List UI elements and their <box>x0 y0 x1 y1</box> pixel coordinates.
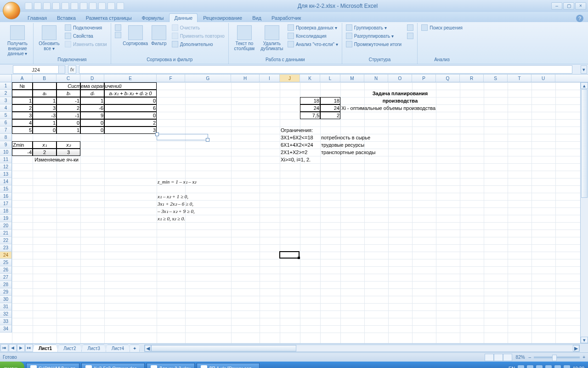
formula-input[interactable] <box>79 65 572 74</box>
cell[interactable]: 3x₁ + 2x₂ – 6 ≥ 0, <box>157 200 185 207</box>
tray-icon[interactable] <box>527 365 533 368</box>
cell[interactable]: 18 <box>300 97 320 104</box>
row-header[interactable]: 13 <box>0 171 12 178</box>
start-button[interactable]: пуск <box>0 362 24 368</box>
zoom-in-button[interactable]: + <box>582 355 585 360</box>
qat-redo-icon[interactable] <box>43 2 51 10</box>
column-header[interactable]: E <box>104 75 157 82</box>
column-header[interactable]: I <box>260 75 280 82</box>
qat-save-icon[interactable] <box>25 2 32 10</box>
cell[interactable]: x₂ <box>57 141 80 149</box>
hide-detail-button[interactable] <box>406 32 414 40</box>
tab-рецензирование[interactable]: Рецензирование <box>198 14 247 22</box>
tab-данные[interactable]: Данные <box>169 13 198 22</box>
consolidate-button[interactable]: Консолидация <box>287 32 339 40</box>
sort-desc-button[interactable] <box>114 31 122 39</box>
row-header[interactable]: 3 <box>0 97 12 104</box>
cell[interactable]: 1 <box>57 126 80 134</box>
cell[interactable]: 4 <box>12 119 33 126</box>
minimize-button[interactable]: – <box>551 2 562 10</box>
row-header[interactable]: 6 <box>0 119 12 126</box>
cell[interactable]: 2 <box>104 119 157 126</box>
row-header[interactable]: 22 <box>0 237 12 244</box>
cell[interactable]: 18 <box>320 97 340 104</box>
cell[interactable]: x₁ ≥ 0, x₂ ≥ 0. <box>157 215 185 222</box>
row-header[interactable]: 31 <box>0 303 12 310</box>
cell[interactable]: 6 <box>104 104 157 112</box>
scroll-thumb[interactable] <box>151 345 296 351</box>
sheet-tab[interactable]: Лист3 <box>81 345 106 352</box>
help-icon[interactable]: ? <box>576 15 583 22</box>
sheet-nav-next[interactable]: ▶ <box>17 344 25 352</box>
row-header[interactable]: 16 <box>0 193 12 200</box>
tab-главная[interactable]: Главная <box>23 14 51 22</box>
tab-разметка страницы[interactable]: Разметка страницы <box>81 14 136 22</box>
clock[interactable]: 19:20 <box>573 366 584 368</box>
column-header[interactable]: R <box>460 75 484 82</box>
cell[interactable]: 2 <box>12 104 33 112</box>
qat-sortdesc-icon[interactable] <box>89 2 96 10</box>
row-header[interactable]: 33 <box>0 318 12 325</box>
sheet-nav-last[interactable]: ⏭ <box>25 344 33 352</box>
name-box[interactable]: J24 <box>13 65 59 74</box>
scroll-right-button[interactable]: ▶ <box>573 345 579 351</box>
row-header[interactable]: 26 <box>0 266 12 274</box>
row-header[interactable]: 2 <box>0 90 12 97</box>
scroll-left-button[interactable]: ◀ <box>145 345 151 351</box>
qat-new-icon[interactable] <box>62 2 69 10</box>
row-header[interactable]: 34 <box>0 325 12 333</box>
cell[interactable]: -6 <box>80 104 104 112</box>
scroll-thumb[interactable] <box>581 89 588 198</box>
worksheet-grid[interactable]: ABCDEFGHIJKLMNOPQRSTU 123456789101112131… <box>0 75 588 343</box>
row-header[interactable]: 1 <box>0 82 12 90</box>
data-validation-button[interactable]: Проверка данных ▾ <box>287 24 339 31</box>
row-header[interactable]: 8 <box>0 134 12 141</box>
edit-links-button[interactable]: Изменить связи <box>64 40 108 48</box>
tab-вставка[interactable]: Вставка <box>52 14 80 22</box>
tray-icon[interactable] <box>545 365 552 368</box>
row-header[interactable]: 29 <box>0 288 12 296</box>
row-header[interactable]: 5 <box>0 112 12 119</box>
column-header[interactable]: Q <box>436 75 460 82</box>
tray-icon[interactable] <box>554 365 561 368</box>
cell[interactable]: 9 <box>80 112 104 119</box>
sort-button[interactable]: Сортировка <box>124 24 147 47</box>
cell[interactable]: 0 <box>104 112 157 119</box>
column-header[interactable]: M <box>340 75 364 82</box>
cell[interactable]: x₁ – x₂ + 1 ≥ 0, <box>157 193 185 200</box>
cell[interactable]: 24 <box>320 104 340 112</box>
filter-button[interactable]: Фильтр <box>149 24 169 47</box>
cell[interactable]: aᵢ x₁ + bᵢ x₂ + dᵢ ≥ 0 <box>104 90 157 97</box>
restore-button[interactable]: ▢ <box>563 2 574 10</box>
column-header[interactable]: K <box>300 75 320 82</box>
tray-icon[interactable] <box>518 365 524 368</box>
qat-icon[interactable] <box>98 2 106 10</box>
formula-bar-expand[interactable]: ▾ <box>581 65 587 74</box>
cell[interactable]: трудовые ресурсы <box>320 141 412 149</box>
qat-print-icon[interactable] <box>71 2 78 10</box>
zoom-slider[interactable] <box>534 356 580 358</box>
column-header[interactable]: T <box>508 75 531 82</box>
row-header[interactable]: 19 <box>0 215 12 222</box>
cell[interactable]: dᵢ <box>80 90 104 97</box>
view-normal-button[interactable] <box>485 354 494 361</box>
qat-undo-icon[interactable] <box>34 2 41 10</box>
cell[interactable]: 2 <box>320 112 340 119</box>
office-button[interactable] <box>3 2 20 19</box>
cell[interactable]: 1 <box>33 97 57 104</box>
row-header[interactable]: 11 <box>0 156 12 163</box>
row-header[interactable]: 24 <box>0 252 12 259</box>
row-header[interactable]: 14 <box>0 178 12 185</box>
row-header[interactable]: 9 <box>0 141 12 149</box>
horizontal-scrollbar[interactable]: ◀ ▶ <box>144 345 580 352</box>
close-button[interactable]: × <box>575 2 586 10</box>
cell[interactable]: 3 <box>57 149 80 156</box>
tab-вид[interactable]: Вид <box>248 14 266 22</box>
row-header[interactable]: 27 <box>0 274 12 281</box>
row-header[interactable]: 7 <box>0 126 12 134</box>
cell[interactable]: 0 <box>57 119 80 126</box>
qat-icon[interactable] <box>107 2 115 10</box>
cell[interactable]: Ограничения: <box>280 126 340 134</box>
cell[interactable]: 1 <box>80 97 104 104</box>
scroll-up-button[interactable]: ▴ <box>581 82 588 89</box>
